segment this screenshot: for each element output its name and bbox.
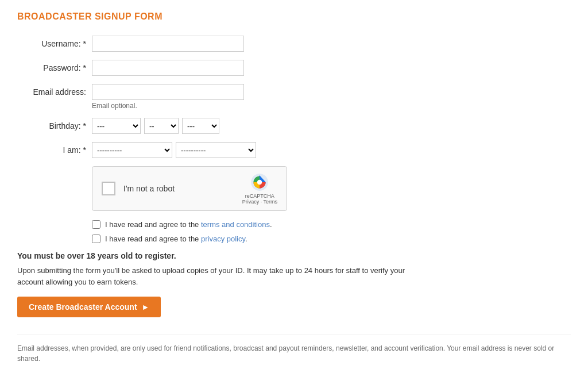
password-input[interactable]: [92, 60, 244, 76]
birthday-row: Birthday: * --- JanuaryFebruaryMarch Apr…: [17, 118, 419, 134]
birthday-label: Birthday: *: [17, 121, 92, 130]
email-label: Email address:: [17, 87, 92, 97]
email-input[interactable]: [92, 84, 244, 100]
create-broadcaster-label: Create Broadcaster Account: [29, 302, 137, 312]
birthday-month-select[interactable]: --- JanuaryFebruaryMarch AprilMayJune Ju…: [92, 118, 141, 134]
terms-label: I have read and agree to the terms and c…: [105, 220, 272, 229]
svg-point-0: [257, 180, 262, 185]
birthday-year-select[interactable]: ---: [182, 118, 219, 134]
terms-row: I have read and agree to the terms and c…: [92, 220, 419, 229]
birthday-day-select[interactable]: -- 12345 678910 1112131415 1617181920 21…: [144, 118, 179, 134]
privacy-label: I have read and agree to the privacy pol…: [105, 235, 247, 243]
birthday-selects: --- JanuaryFebruaryMarch AprilMayJune Ju…: [92, 118, 219, 134]
privacy-row: I have read and agree to the privacy pol…: [92, 235, 419, 243]
captcha-links: Privacy · Terms: [242, 199, 277, 205]
username-input[interactable]: [92, 36, 244, 52]
age-notice: You must be over 18 years old to registe…: [17, 251, 419, 260]
footer-note: Email addresses, when provided, are only…: [17, 335, 571, 364]
iam-select-2[interactable]: ---------- Straight Gay Bisexual: [176, 142, 256, 158]
iam-label: I am: *: [17, 145, 92, 155]
password-label: Password: *: [17, 63, 92, 72]
captcha-logo: reCAPTCHA Privacy · Terms: [242, 172, 277, 205]
email-optional-note: Email optional.: [92, 102, 137, 110]
page-title: BROADCASTER SIGNUP FORM: [17, 11, 571, 22]
password-row: Password: *: [17, 60, 419, 76]
privacy-link[interactable]: privacy policy: [201, 235, 245, 243]
create-broadcaster-button[interactable]: Create Broadcaster Account ►: [17, 297, 161, 317]
terms-checkbox[interactable]: [92, 220, 100, 229]
iam-row: I am: * ---------- Male Female Trans Cou…: [17, 142, 419, 158]
signup-form: Username: * Password: * Email address: E…: [17, 36, 419, 317]
username-label: Username: *: [17, 39, 92, 48]
email-row: Email address: Email optional.: [17, 84, 419, 110]
iam-selects: ---------- Male Female Trans Couple ----…: [92, 142, 256, 158]
iam-select-1[interactable]: ---------- Male Female Trans Couple: [92, 142, 172, 158]
captcha-checkbox[interactable]: [102, 182, 115, 195]
captcha-label: I'm not a robot: [123, 184, 237, 193]
arrow-icon: ►: [142, 302, 150, 312]
username-row: Username: *: [17, 36, 419, 52]
captcha-brand-text: reCAPTCHA: [245, 193, 274, 199]
privacy-checkbox[interactable]: [92, 235, 100, 243]
captcha-widget[interactable]: I'm not a robot reCAPTCHA Privacy · Term…: [92, 166, 287, 211]
recaptcha-icon: [250, 172, 269, 192]
terms-link[interactable]: terms and conditions: [201, 220, 270, 229]
info-text: Upon submitting the form you'll be asked…: [17, 265, 419, 287]
